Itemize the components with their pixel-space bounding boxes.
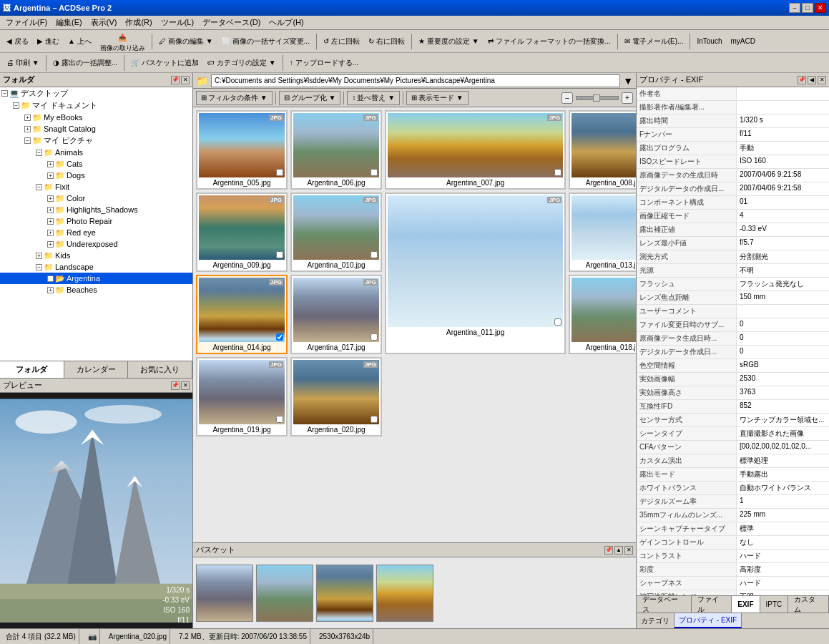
menu-create[interactable]: 作成(R) xyxy=(121,16,156,29)
tree-expand-btn[interactable]: + xyxy=(47,161,54,167)
tab-file[interactable]: ファイル xyxy=(692,596,732,613)
thumbnail-item-005[interactable]: JPG Argentina_005.jpg xyxy=(196,110,288,190)
back-button[interactable]: ◀ 戻る xyxy=(3,34,32,49)
zoom-slider[interactable] xyxy=(576,96,619,100)
zoom-in-button[interactable]: + xyxy=(622,92,633,104)
basket-add-button[interactable]: 🛒 バスケットに追加 xyxy=(127,56,202,70)
menu-database[interactable]: データベース(D) xyxy=(198,16,265,29)
subtab-properties[interactable]: プロパティ - EXIF xyxy=(675,613,742,628)
exposure-button[interactable]: ◑ 露出の一括調整... xyxy=(49,56,121,70)
close-button[interactable]: ✕ xyxy=(815,3,826,13)
tree-expand-btn[interactable]: + xyxy=(47,241,54,248)
props-close-button[interactable]: ✕ xyxy=(818,76,826,84)
tree-item-Color[interactable]: +📁Color xyxy=(0,192,192,204)
tree-item-Red-eye[interactable]: +📁Red eye xyxy=(0,227,192,238)
rotate-right-button[interactable]: ↻ 右に回転 xyxy=(365,34,408,49)
thumbnail-item-017[interactable]: JPG Argentina_017.jpg xyxy=(290,275,382,354)
tree-expand-btn[interactable]: + xyxy=(47,287,54,293)
basket-pin-button[interactable]: 📌 xyxy=(604,546,613,555)
tree-item-Highlights_Shadows[interactable]: +📁Highlights_Shadows xyxy=(0,204,192,215)
tree-item-Landscape[interactable]: −📁Landscape xyxy=(0,261,192,273)
batch-resize-button[interactable]: ⬜ 画像の一括サイズ変更... xyxy=(218,34,313,49)
basket-item-b4[interactable] xyxy=(376,565,433,622)
tree-expand-btn[interactable]: − xyxy=(36,150,42,156)
tree-expand-btn[interactable]: + xyxy=(24,114,31,121)
thumbnail-item-013[interactable]: JPG Argentina_013.jpg xyxy=(569,192,636,272)
tree-item-マイ-ドキュメント[interactable]: −📁マイ ドキュメント xyxy=(0,99,192,112)
props-pin-button[interactable]: 📌 xyxy=(798,76,806,84)
email-button[interactable]: ✉ 電子メール(E)... xyxy=(621,34,687,49)
thumbnail-item-019[interactable]: JPG Argentina_019.jpg xyxy=(196,357,288,436)
tree-expand-btn[interactable]: − xyxy=(24,137,31,144)
thumbnail-checkbox[interactable] xyxy=(276,416,283,423)
menu-file[interactable]: ファイル(F) xyxy=(1,16,51,29)
tab-database[interactable]: データベース xyxy=(637,596,692,613)
upload-button[interactable]: ↑ アップロードする... xyxy=(286,56,362,70)
tree-item-Underexposed[interactable]: +📁Underexposed xyxy=(0,238,192,250)
thumbnail-checkbox[interactable] xyxy=(276,251,283,258)
view-mode-button[interactable]: ⊞ 表示モード ▼ xyxy=(406,91,469,105)
menu-edit[interactable]: 編集(E) xyxy=(51,16,87,29)
thumbnail-checkbox[interactable] xyxy=(276,333,283,341)
tree-expand-btn[interactable]: + xyxy=(47,172,54,179)
basket-item-b1[interactable] xyxy=(196,565,253,622)
tab-iptc[interactable]: IPTC xyxy=(760,596,789,613)
tree-expand-btn[interactable]: − xyxy=(13,102,19,109)
tree-item-Kids[interactable]: +📁Kids xyxy=(0,250,192,261)
tree-expand-btn[interactable]: + xyxy=(24,126,31,132)
zoom-out-button[interactable]: – xyxy=(561,92,573,104)
tree-expand-btn[interactable]: + xyxy=(47,207,54,213)
thumbnail-checkbox[interactable] xyxy=(371,251,378,258)
address-input[interactable] xyxy=(211,74,620,87)
thumbnail-item-018[interactable]: JPG Argentina_018.jpg xyxy=(569,275,636,354)
up-button[interactable]: ▲ 上へ xyxy=(64,34,95,49)
tree-expand-btn[interactable]: + xyxy=(47,230,54,236)
subtab-category[interactable]: カテゴリ xyxy=(637,613,675,628)
tab-favorites[interactable]: お気に入り xyxy=(128,361,192,378)
tree-item-Argentina[interactable]: +📂Argentina xyxy=(0,273,192,284)
filter-button[interactable]: ⊞ フィルタの条件 ▼ xyxy=(196,91,273,105)
basket-close-button[interactable]: ✕ xyxy=(624,546,633,555)
thumbnail-item-006[interactable]: JPG Argentina_006.jpg xyxy=(290,110,382,190)
print-button[interactable]: 🖨 印刷 ▼ xyxy=(3,56,43,70)
folder-close-button[interactable]: ✕ xyxy=(181,76,190,84)
import-button[interactable]: 📥 画像の取り込み xyxy=(97,31,149,52)
sort-button[interactable]: ↕ 並べ替え ▼ xyxy=(347,91,400,105)
maximize-button[interactable]: □ xyxy=(802,3,813,13)
tree-item-マイ-ピクチャ[interactable]: −📁マイ ピクチャ xyxy=(0,135,192,147)
basket-item-b2[interactable] xyxy=(256,565,313,622)
thumbnail-item-014[interactable]: JPG Argentina_014.jpg xyxy=(196,275,288,354)
category-button[interactable]: 🏷 カテゴリの設定 ▼ xyxy=(204,56,280,70)
thumbnail-checkbox[interactable] xyxy=(371,333,378,341)
preview-pin-button[interactable]: 📌 xyxy=(171,381,180,390)
thumbnail-checkbox[interactable] xyxy=(276,169,283,176)
tab-exif[interactable]: EXIF xyxy=(732,596,760,613)
tree-expand-btn[interactable]: + xyxy=(36,253,42,259)
thumbnail-item-010[interactable]: JPG Argentina_010.jpg xyxy=(290,192,382,272)
tree-item-My-eBooks[interactable]: +📁My eBooks xyxy=(0,112,192,123)
forward-button[interactable]: ▶ 進む xyxy=(34,34,63,49)
menu-help[interactable]: ヘルプ(H) xyxy=(265,16,308,29)
tab-folder[interactable]: フォルダ xyxy=(0,361,64,378)
thumbnail-item-008[interactable]: JPG Argentina_008.jpg xyxy=(569,110,636,190)
intouch-button[interactable]: InTouch xyxy=(693,35,725,47)
edit-image-button[interactable]: 🖊 画像の編集 ▼ xyxy=(155,34,217,49)
tree-expand-btn[interactable]: − xyxy=(36,184,42,190)
thumbnail-item-009[interactable]: JPG Argentina_009.jpg xyxy=(196,192,288,272)
rating-button[interactable]: ★ 重要度の設定 ▼ xyxy=(415,34,483,49)
tree-expand-btn[interactable]: + xyxy=(47,275,54,282)
tree-expand-btn[interactable]: − xyxy=(36,264,42,270)
menu-tools[interactable]: ツール(L) xyxy=(157,16,198,29)
thumbnail-item-007[interactable]: JPG Argentina_007.jpg xyxy=(385,110,566,190)
tree-item-Fixit[interactable]: −📁Fixit xyxy=(0,181,192,192)
tree-expand-btn[interactable]: − xyxy=(1,90,8,97)
tab-calendar[interactable]: カレンダー xyxy=(64,361,129,378)
thumbnail-checkbox[interactable] xyxy=(371,169,378,176)
thumbnail-item-020[interactable]: JPG Argentina_020.jpg xyxy=(290,357,382,436)
minimize-button[interactable]: – xyxy=(789,3,800,13)
props-arrow-button[interactable]: ◀ xyxy=(808,76,816,84)
thumbnail-checkbox[interactable] xyxy=(554,169,561,176)
tree-item-SnagIt-Catalog[interactable]: +📁SnagIt Catalog xyxy=(0,123,192,135)
myacd-button[interactable]: myACD xyxy=(727,35,758,47)
group-button[interactable]: ⊟ グループ化 ▼ xyxy=(279,91,341,105)
